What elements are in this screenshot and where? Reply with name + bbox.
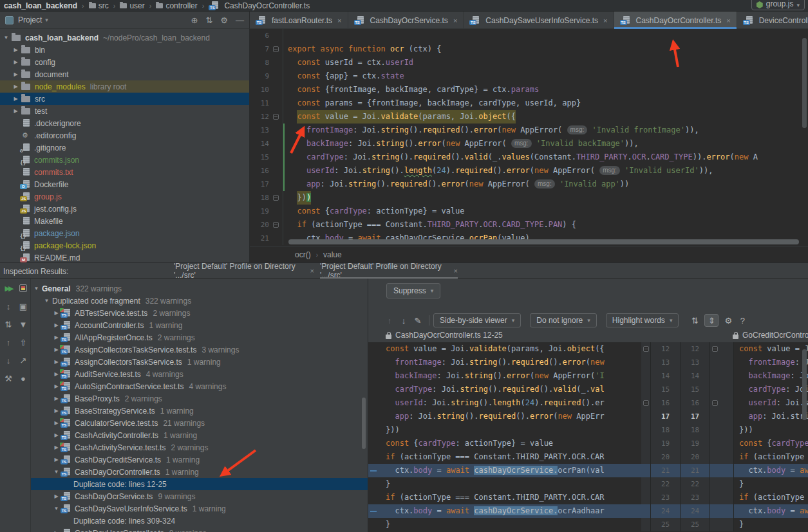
editor-code-line-16[interactable]: 16 userId: Joi.string().length(24).requi…: [250, 164, 808, 178]
autoscroll-to-source-icon[interactable]: ⇧: [20, 336, 27, 348]
editor-code-line-19[interactable]: 19 const {cardType: actionType} = value: [250, 205, 808, 218]
project-tree-item-jest-config-js[interactable]: JSjest.config.js: [0, 203, 249, 215]
tree-expanded-icon[interactable]: ▼: [52, 469, 61, 475]
previous-difference-icon[interactable]: ↑: [382, 316, 397, 326]
diff-code-line-13[interactable]: frontImage: Joi.string().required().erro…: [368, 356, 808, 369]
inspection-tree-item-baseproxy-ts[interactable]: ▶TSBaseProxy.ts2 warnings: [31, 392, 368, 405]
diff-code-line-21[interactable]: ctx.body = await cashDayOcrService.ocrPa…: [368, 464, 808, 477]
locate-file-icon[interactable]: ⊕: [191, 15, 198, 25]
tree-collapsed-icon[interactable]: ▶: [52, 396, 61, 401]
tree-expanded-icon[interactable]: ▼: [2, 35, 10, 41]
rerun-inspection-icon[interactable]: ▶▶: [5, 282, 12, 294]
expand-all-icon[interactable]: ↕: [6, 300, 11, 312]
inspection-tree-item-accountcontroller-ts[interactable]: ▶TSAccountController.ts1 warning: [31, 319, 368, 331]
project-tree-item-src[interactable]: ▶src: [0, 93, 249, 105]
editor-breadcrumb-item-value[interactable]: value: [323, 250, 342, 259]
inspection-tree-item-auditservice-test-ts[interactable]: ▶TSAuditService.test.ts4 warnings: [31, 368, 368, 380]
settings-gear-icon[interactable]: ⚙: [220, 15, 228, 25]
export-icon[interactable]: ↗: [20, 354, 27, 366]
editor-code-line-6[interactable]: 6: [250, 29, 808, 42]
editor-code-line-18[interactable]: 18 })): [250, 191, 808, 205]
inspection-tree-scrollbar[interactable]: [362, 398, 366, 449]
tree-expanded-icon[interactable]: ▼: [52, 506, 61, 511]
tree-collapsed-icon[interactable]: ▶: [52, 457, 61, 463]
breadcrumb-item-user[interactable]: user: [120, 1, 144, 10]
tree-collapsed-icon[interactable]: ▶: [12, 84, 20, 89]
diff-code-line-25[interactable]: }2525}: [368, 518, 808, 531]
project-tree-item-editorconfig[interactable]: ⚙.editorconfig: [0, 129, 249, 142]
next-problem-icon[interactable]: ↓: [6, 354, 11, 366]
group-by-directory-icon[interactable]: ▣: [19, 300, 27, 312]
editor-code-line-8[interactable]: 8 const userId = ctx.userId: [250, 56, 808, 69]
project-tree-item-gitignore[interactable]: ⊘.gitignore: [0, 142, 249, 154]
close-icon[interactable]: ×: [454, 267, 458, 275]
tab-cashdayocrcontroller-ts[interactable]: TSCashDayOcrController.ts×: [614, 12, 737, 29]
inspection-tree-item-cashdaysaveuserinfoservice-ts[interactable]: ▼TSCashDaySaveUserInfoService.ts1 warnin…: [31, 502, 368, 515]
quickfix-bulb-icon[interactable]: ●: [21, 372, 26, 384]
inspection-tree-item-basestrategyservice-ts[interactable]: ▶TSBaseStrategyService.ts1 warning: [31, 405, 368, 417]
next-difference-icon[interactable]: ↓: [397, 316, 411, 326]
inspection-tree-item-general[interactable]: ▼General322 warnings: [31, 282, 368, 295]
fold-marker-icon[interactable]: [643, 400, 649, 406]
editor-code-line-20[interactable]: 20 if (actionType === Constant.THIRD_PAR…: [250, 218, 808, 232]
editor-code-line-15[interactable]: 15 cardType: Joi.string().required().val…: [250, 151, 808, 164]
inspection-tree-item-autosigncontractservice-test-ts[interactable]: ▶TSAutoSignContractService.test.ts4 warn…: [31, 380, 368, 392]
inspection-tree-item-cashdayocrcontroller-ts[interactable]: ▼TSCashDayOcrController.ts1 warning: [31, 466, 368, 478]
project-tree-item-config[interactable]: ▶config: [0, 56, 249, 68]
tab-cashdayocrservice-ts[interactable]: TSCashDayOcrService.ts×: [348, 12, 464, 29]
project-tree-item-package-lock-json[interactable]: {}package-lock.json: [0, 239, 249, 252]
fold-marker-icon[interactable]: [273, 114, 279, 120]
tree-collapsed-icon[interactable]: ▶: [52, 493, 61, 499]
editor-code-line-9[interactable]: 9 const {app} = ctx.state: [250, 69, 808, 83]
diff-code-line-17[interactable]: app: Joi.string().required().error(new A…: [368, 410, 808, 423]
inspection-tree-item-assigncollectorstaskservice-test-ts[interactable]: ▶TSAssignCollectorsTaskService.test.ts3 …: [31, 344, 368, 356]
diff-vertical-scrollbar[interactable]: [802, 349, 807, 420]
project-panel-title[interactable]: Project: [18, 15, 42, 24]
inspection-tab-2[interactable]: 'Project Default' Profile on Directory '…: [320, 263, 458, 279]
diff-code-line-19[interactable]: const {cardType: actionType} = value1919…: [368, 437, 808, 450]
tree-collapsed-icon[interactable]: ▶: [12, 59, 20, 65]
diff-code-line-23[interactable]: if (actionType === Constant.THIRD_PARTY.…: [368, 491, 808, 504]
project-tree-item-test[interactable]: ▶test: [0, 105, 249, 117]
diff-code-line-15[interactable]: cardType: Joi.string().required().valid(…: [368, 383, 808, 396]
diff-code-area[interactable]: const value = Joi.validate(params, Joi.o…: [368, 342, 808, 532]
close-icon[interactable]: ×: [726, 17, 730, 24]
run-configuration-selector[interactable]: group.js ▾: [751, 0, 805, 10]
tree-collapsed-icon[interactable]: ▶: [52, 335, 61, 340]
project-tree-item-dockerfile[interactable]: DDockerfile: [0, 178, 249, 190]
inspection-settings-icon[interactable]: ⚒: [5, 372, 12, 384]
tree-collapsed-icon[interactable]: ▶: [12, 108, 20, 114]
editor-code-line-17[interactable]: 17 app: Joi.string().required().error(ne…: [250, 178, 808, 191]
tree-collapsed-icon[interactable]: ▶: [52, 432, 61, 438]
editor-code-line-7[interactable]: 7export async function ocr (ctx) {: [250, 42, 808, 56]
dropdown-highlight-words[interactable]: Highlight words▾: [606, 313, 679, 327]
project-tree-item-node-modules[interactable]: ▶node_moduleslibrary root: [0, 80, 249, 93]
inspection-tree-item-cashdayocrservice-ts[interactable]: ▶TSCashDayOcrService.ts9 warnings: [31, 490, 368, 502]
fold-marker-icon[interactable]: [273, 222, 279, 228]
dropdown-do-not-ignore[interactable]: Do not ignore▾: [530, 313, 597, 327]
tab-devicecontroller-ts[interactable]: TSDeviceController.ts×: [737, 12, 808, 29]
project-tree-item-dockerignore[interactable]: .dockerignore: [0, 117, 249, 129]
fold-marker-icon[interactable]: [273, 46, 279, 52]
editor-code-line-10[interactable]: 10 const {frontImage, backImage, cardTyp…: [250, 83, 808, 96]
filter-icon[interactable]: ▼: [19, 318, 28, 330]
tree-collapsed-icon[interactable]: ▶: [52, 359, 61, 365]
inspection-tree-item-allappregisteronce-ts[interactable]: ▶TSAllAppRegisterOnce.ts2 warnings: [31, 331, 368, 344]
editor-code-line-13[interactable]: 13 frontImage: Joi.string().required().e…: [250, 124, 808, 137]
tab-fastloanrouter-ts[interactable]: TSfastLoanRouter.ts×: [250, 12, 348, 29]
editor-code-line-12[interactable]: 12 const value = Joi.validate(params, Jo…: [250, 110, 808, 124]
previous-problem-icon[interactable]: ↑: [6, 336, 11, 348]
dropdown-side-by-side-viewer[interactable]: Side-by-side viewer▾: [433, 313, 521, 327]
inspection-tree-item-calculatorservice-test-ts[interactable]: ▶TSCalculatorService.test.ts21 warnings: [31, 417, 368, 429]
fold-marker-icon[interactable]: [712, 400, 718, 406]
collapse-all-icon[interactable]: ⇅: [5, 318, 12, 330]
collapse-unchanged-icon[interactable]: ⇅: [688, 316, 702, 326]
inspection-tree-item-duplicated-code-fragment[interactable]: ▼Duplicated code fragment322 warnings: [31, 295, 368, 307]
hide-panel-icon[interactable]: ―: [236, 15, 244, 25]
breadcrumb-item-src[interactable]: src: [89, 1, 109, 10]
fold-marker-icon[interactable]: [643, 346, 649, 352]
edit-source-icon[interactable]: ✎: [411, 316, 425, 326]
close-icon[interactable]: ×: [603, 17, 607, 24]
inspection-tree-item-cashdaycreditservice-ts[interactable]: ▶TSCashDayCreditService.ts1 warning: [31, 454, 368, 466]
severity-profile-icon[interactable]: [19, 282, 27, 294]
